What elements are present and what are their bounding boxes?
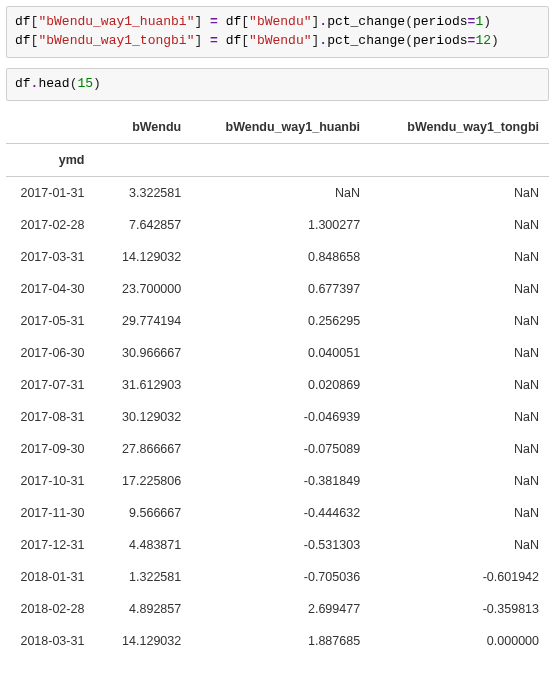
cell: -0.075089 bbox=[191, 433, 370, 465]
cell: 14.129032 bbox=[94, 241, 191, 273]
cell: NaN bbox=[370, 337, 549, 369]
cell: 1.322581 bbox=[94, 561, 191, 593]
cell: 1.300277 bbox=[191, 209, 370, 241]
cell: 0.020869 bbox=[191, 369, 370, 401]
cell: 3.322581 bbox=[94, 176, 191, 209]
code-token: [ bbox=[241, 33, 249, 48]
row-index: 2017-01-31 bbox=[6, 176, 94, 209]
code-token: df bbox=[15, 14, 31, 29]
row-index: 2018-03-31 bbox=[6, 625, 94, 657]
table-row: 2017-06-3030.9666670.040051NaN bbox=[6, 337, 549, 369]
row-index: 2017-08-31 bbox=[6, 401, 94, 433]
cell: NaN bbox=[370, 176, 549, 209]
code-token: df bbox=[226, 33, 242, 48]
table-row: 2018-02-284.8928572.699477-0.359813 bbox=[6, 593, 549, 625]
code-token: head bbox=[38, 76, 69, 91]
cell: NaN bbox=[370, 433, 549, 465]
cell: 27.866667 bbox=[94, 433, 191, 465]
code-token: = bbox=[202, 14, 225, 29]
code-token: ) bbox=[93, 76, 101, 91]
column-header: bWendu_way1_tongbi bbox=[370, 111, 549, 144]
cell: NaN bbox=[370, 273, 549, 305]
cell: 23.700000 bbox=[94, 273, 191, 305]
cell: -0.705036 bbox=[191, 561, 370, 593]
table-row: 2017-12-314.483871-0.531303NaN bbox=[6, 529, 549, 561]
cell: 0.040051 bbox=[191, 337, 370, 369]
cell: 17.225806 bbox=[94, 465, 191, 497]
code-token: = bbox=[202, 33, 225, 48]
cell: 7.642857 bbox=[94, 209, 191, 241]
cell: NaN bbox=[370, 241, 549, 273]
table-row: 2018-03-3114.1290321.8876850.000000 bbox=[6, 625, 549, 657]
code-token: ( bbox=[405, 33, 413, 48]
row-index: 2017-06-30 bbox=[6, 337, 94, 369]
code-cell-2[interactable]: df.head(15) bbox=[6, 68, 549, 101]
row-index: 2017-09-30 bbox=[6, 433, 94, 465]
code-token: . bbox=[319, 14, 327, 29]
table-row: 2017-04-3023.7000000.677397NaN bbox=[6, 273, 549, 305]
cell: 0.256295 bbox=[191, 305, 370, 337]
code-token: pct_change bbox=[327, 14, 405, 29]
cell: NaN bbox=[191, 176, 370, 209]
cell: 2.699477 bbox=[191, 593, 370, 625]
code-token: "bWendu" bbox=[249, 14, 311, 29]
table-row: 2017-01-313.322581NaNNaN bbox=[6, 176, 549, 209]
code-token: "bWendu_way1_huanbi" bbox=[38, 14, 194, 29]
row-index: 2017-05-31 bbox=[6, 305, 94, 337]
row-index: 2018-01-31 bbox=[6, 561, 94, 593]
code-token: df bbox=[226, 14, 242, 29]
cell: -0.444632 bbox=[191, 497, 370, 529]
cell: 9.566667 bbox=[94, 497, 191, 529]
cell: NaN bbox=[370, 497, 549, 529]
cell: NaN bbox=[370, 401, 549, 433]
code-token: 12 bbox=[475, 33, 491, 48]
code-token: ) bbox=[483, 14, 491, 29]
cell: NaN bbox=[370, 529, 549, 561]
cell: 1.887685 bbox=[191, 625, 370, 657]
table-row: 2017-10-3117.225806-0.381849NaN bbox=[6, 465, 549, 497]
cell: 29.774194 bbox=[94, 305, 191, 337]
row-index: 2017-04-30 bbox=[6, 273, 94, 305]
cell: 4.892857 bbox=[94, 593, 191, 625]
cell: 30.129032 bbox=[94, 401, 191, 433]
table-row: 2017-02-287.6428571.300277NaN bbox=[6, 209, 549, 241]
table-row: 2017-09-3027.866667-0.075089NaN bbox=[6, 433, 549, 465]
cell: -0.046939 bbox=[191, 401, 370, 433]
table-row: 2018-01-311.322581-0.705036-0.601942 bbox=[6, 561, 549, 593]
column-header: bWendu bbox=[94, 111, 191, 144]
cell: NaN bbox=[370, 369, 549, 401]
cell: NaN bbox=[370, 209, 549, 241]
code-token: periods bbox=[413, 33, 468, 48]
code-cell-1[interactable]: df["bWendu_way1_huanbi"] = df["bWendu"].… bbox=[6, 6, 549, 58]
row-index: 2018-02-28 bbox=[6, 593, 94, 625]
cell: 0.000000 bbox=[370, 625, 549, 657]
code-token: ( bbox=[405, 14, 413, 29]
table-row: 2017-08-3130.129032-0.046939NaN bbox=[6, 401, 549, 433]
cell: 31.612903 bbox=[94, 369, 191, 401]
table-row: 2017-07-3131.6129030.020869NaN bbox=[6, 369, 549, 401]
code-token: df bbox=[15, 76, 31, 91]
dataframe-output: bWendu bWendu_way1_huanbi bWendu_way1_to… bbox=[6, 111, 549, 657]
table-row: 2017-03-3114.1290320.848658NaN bbox=[6, 241, 549, 273]
cell: 0.848658 bbox=[191, 241, 370, 273]
cell: 0.677397 bbox=[191, 273, 370, 305]
table-row: 2017-05-3129.7741940.256295NaN bbox=[6, 305, 549, 337]
code-token: pct_change bbox=[327, 33, 405, 48]
code-token: periods bbox=[413, 14, 468, 29]
code-token: df bbox=[15, 33, 31, 48]
column-header-row: bWendu bWendu_way1_huanbi bWendu_way1_to… bbox=[6, 111, 549, 144]
index-corner bbox=[6, 111, 94, 144]
cell: -0.359813 bbox=[370, 593, 549, 625]
code-token: 15 bbox=[77, 76, 93, 91]
cell: -0.531303 bbox=[191, 529, 370, 561]
row-index: 2017-12-31 bbox=[6, 529, 94, 561]
cell: -0.381849 bbox=[191, 465, 370, 497]
cell: -0.601942 bbox=[370, 561, 549, 593]
cell: NaN bbox=[370, 465, 549, 497]
code-token: [ bbox=[241, 14, 249, 29]
table-row: 2017-11-309.566667-0.444632NaN bbox=[6, 497, 549, 529]
code-token: "bWendu_way1_tongbi" bbox=[38, 33, 194, 48]
code-token: ) bbox=[491, 33, 499, 48]
index-label-row: ymd bbox=[6, 143, 549, 176]
cell: NaN bbox=[370, 305, 549, 337]
